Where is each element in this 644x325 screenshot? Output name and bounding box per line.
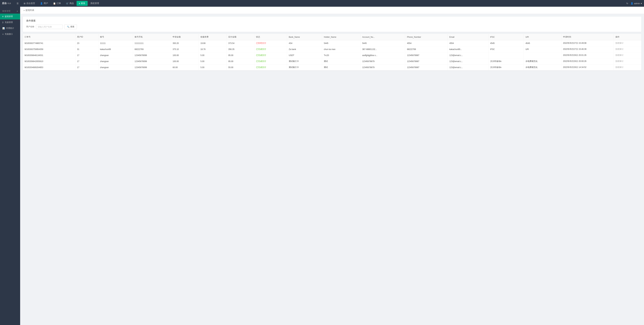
- cell-holder-name: chun ka man: [322, 46, 360, 52]
- cell-pay-amount: 373.54: [226, 40, 254, 46]
- username-label: admin: [634, 2, 640, 5]
- cell-phone-number: 4554: [405, 40, 448, 46]
- username-filter-label: 用户名称: [26, 25, 34, 28]
- cell-email: 4554: [448, 40, 488, 46]
- content-area: » 提现列表 条件搜索 用户名称 🔍 搜索: [20, 7, 644, 325]
- goods-icon: 🛒: [66, 2, 69, 5]
- user-info[interactable]: 👤 admin ▾: [630, 2, 642, 5]
- nav-home[interactable]: ⊞ 后台首页: [21, 1, 38, 6]
- cell-account: zhangsan: [98, 58, 133, 64]
- cell-phone-number: 12345678987: [405, 52, 448, 58]
- cell-service-fee: 19.66: [199, 40, 227, 46]
- sidebar: 财务管理 ▾ ¥ 提现管理 ₿ 充值管理 📊 代理统计 ≡ 充值接口: [0, 7, 20, 325]
- sidebar-item-agent[interactable]: 📊 代理统计: [0, 25, 20, 31]
- refresh-icon[interactable]: ↻: [626, 2, 628, 5]
- cell-action[interactable]: 拒绝审计: [614, 46, 641, 52]
- cell-upi: UPI: [524, 46, 561, 52]
- sidebar-item-recharge[interactable]: ₿ 充值管理: [0, 19, 20, 25]
- finance-icon: ¥: [79, 2, 80, 5]
- action-button[interactable]: 拒绝审计: [616, 48, 624, 51]
- cell-apply-amount: 393.20: [171, 40, 199, 46]
- sidebar-section-label: 财务管理: [2, 10, 10, 12]
- search-button[interactable]: 🔍 搜索: [64, 24, 77, 29]
- search-icon: 🔍: [67, 26, 70, 28]
- logo-text: 后台: [2, 2, 7, 5]
- cell-pay-amount: 95.00: [226, 52, 254, 58]
- cell-order-no: W165356642655610: [23, 58, 75, 64]
- sidebar-item-withdrawal[interactable]: ¥ 提现管理: [0, 13, 20, 19]
- cell-pay-amount: 356.35: [226, 46, 254, 52]
- cell-order-no: W165363759954359: [23, 46, 75, 52]
- nav-system-label: 系统管理: [90, 2, 99, 5]
- cell-holder-name: 5445: [322, 40, 360, 46]
- cell-account: 11111: [98, 40, 133, 46]
- cell-apply-amount: 60.00: [171, 64, 199, 70]
- nav-orders-label: 订单: [56, 2, 61, 5]
- chevron-down-icon: ▾: [641, 2, 642, 5]
- table-header-row: 订单号 用户ID 账号 账号手机 申请金额 收服务费 应付金额 状态 Bank_…: [23, 34, 641, 40]
- cell-user-id: 17: [75, 52, 98, 58]
- nav-system[interactable]: 系统管理: [88, 1, 102, 6]
- nav-home-label: 后台首页: [26, 2, 35, 5]
- cell-phone: 12345678099: [133, 64, 171, 70]
- cell-action[interactable]: 拒绝审计: [614, 52, 641, 58]
- nav-goods-label: 商品: [70, 2, 74, 5]
- cell-service-fee: 5.00: [199, 64, 227, 70]
- sidebar-item-recharge-api[interactable]: ≡ 充值接口: [0, 31, 20, 37]
- sidebar-finance-section: 财务管理 ▾ ¥ 提现管理 ₿ 充值管理 📊 代理统计 ≡ 充值接口: [0, 7, 20, 38]
- cell-phone: 68222769: [133, 46, 171, 52]
- cell-phone: 12345678099: [133, 52, 171, 58]
- cell-phone-number: 12345678987: [405, 64, 448, 70]
- cell-action[interactable]: 拒绝审计: [614, 64, 641, 70]
- cell-account: zhangsan: [98, 64, 133, 70]
- cell-account-num: 12345678879: [360, 64, 405, 70]
- nav-finance[interactable]: ¥ 财务: [76, 1, 88, 6]
- cell-service-fee: 5.00: [199, 52, 227, 58]
- user-icon: 👤: [630, 2, 633, 5]
- cell-service-fee: 18.76: [199, 46, 227, 52]
- nav-users[interactable]: 👤 用户: [38, 1, 50, 6]
- col-holder-name: Holder_Name: [322, 34, 360, 40]
- users-icon: 👤: [40, 2, 43, 5]
- cell-ifsc: [488, 52, 524, 58]
- action-button[interactable]: 拒绝审计: [616, 60, 624, 63]
- username-search-input[interactable]: [36, 25, 63, 29]
- cell-holder-name: 测试: [322, 58, 360, 64]
- table-row: W165356648134531 17 zhangsan 12345678099…: [23, 52, 641, 58]
- cell-email: kakachun89...: [448, 46, 488, 52]
- cell-phone-number: 68222769: [405, 46, 448, 52]
- sidebar-agent-label: 代理统计: [6, 27, 14, 30]
- col-account-num: Account_Nu...: [360, 34, 405, 40]
- nav-hamburger[interactable]: ☰: [14, 1, 21, 6]
- col-user-id: 用户ID: [75, 34, 98, 40]
- cell-action[interactable]: 拒绝审计: [614, 58, 641, 64]
- table-row: W165363774865741 23 11111 11111111 393.2…: [23, 40, 641, 46]
- nav-goods[interactable]: 🛒 商品: [64, 1, 76, 6]
- cell-upi: [524, 52, 561, 58]
- recharge-icon: ₿: [2, 21, 4, 24]
- cell-user-id: 17: [75, 64, 98, 70]
- cell-apply-amount: 100.00: [171, 52, 199, 58]
- cell-upi: 水电费规范化: [524, 64, 561, 70]
- cell-apply-time: 2022年05月27日 15:49:08: [561, 40, 614, 46]
- nav-finance-label: 财务: [81, 2, 85, 5]
- cell-action[interactable]: 拒绝审计: [614, 40, 641, 46]
- col-status: 状态: [254, 34, 287, 40]
- cell-email: 123@email.c...: [448, 64, 488, 70]
- col-upi: UPI: [524, 34, 561, 40]
- nav-orders[interactable]: 📋 订单: [51, 1, 63, 6]
- col-order-no: 订单号: [23, 34, 75, 40]
- breadcrumb: » 提现列表: [20, 7, 644, 14]
- cell-status: 已拒绝支付: [254, 40, 287, 46]
- cell-upi: 水电费规范化: [524, 58, 561, 64]
- breadcrumb-current: 提现列表: [26, 9, 34, 12]
- cell-account-num: 5445: [360, 40, 405, 46]
- cell-status: 已完成支付: [254, 58, 287, 64]
- action-button[interactable]: 拒绝审计: [616, 42, 624, 45]
- app-version: V1.0: [8, 2, 11, 4]
- action-button[interactable]: 拒绝审计: [616, 54, 624, 57]
- cell-service-fee: 5.00: [199, 58, 227, 64]
- sidebar-section-title[interactable]: 财务管理 ▾: [0, 8, 20, 13]
- filter-title: 条件搜索: [26, 19, 638, 22]
- action-button[interactable]: 拒绝审计: [616, 66, 624, 69]
